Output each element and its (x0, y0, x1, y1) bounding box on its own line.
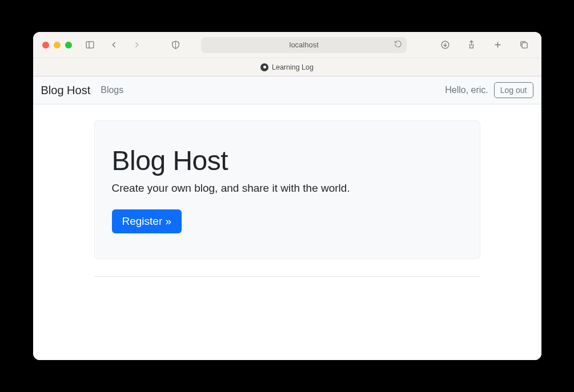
minimize-window-button[interactable] (54, 42, 61, 49)
hero-jumbotron: Blog Host Create your own blog, and shar… (94, 120, 480, 259)
browser-window: localhost Learning Log Blog Host (33, 32, 541, 360)
new-tab-icon[interactable] (489, 37, 505, 53)
svg-rect-0 (86, 42, 94, 48)
page-content: Blog Host Blogs Hello, eric. Log out Blo… (33, 76, 541, 360)
shield-icon[interactable] (168, 37, 184, 53)
reload-icon[interactable] (394, 40, 402, 50)
maximize-window-button[interactable] (65, 42, 72, 49)
address-bar[interactable]: localhost (201, 37, 407, 53)
forward-button[interactable] (129, 37, 145, 53)
navbar-right: Hello, eric. Log out (445, 82, 533, 98)
downloads-icon[interactable] (437, 37, 453, 53)
tab-title[interactable]: Learning Log (272, 63, 314, 71)
main-container: Blog Host Create your own blog, and shar… (87, 120, 487, 277)
site-navbar: Blog Host Blogs Hello, eric. Log out (33, 76, 541, 104)
logout-button[interactable]: Log out (494, 82, 533, 98)
address-bar-text: localhost (290, 41, 319, 49)
svg-rect-7 (522, 43, 527, 48)
sidebar-toggle-icon[interactable] (82, 37, 98, 53)
tabs-overview-icon[interactable] (516, 37, 532, 53)
hero-subtitle: Create your own blog, and share it with … (112, 182, 463, 195)
close-window-button[interactable] (42, 42, 49, 49)
share-icon[interactable] (463, 37, 479, 53)
toolbar-right (437, 37, 532, 53)
hero-title: Blog Host (112, 145, 463, 176)
back-button[interactable] (106, 37, 122, 53)
tab-favicon-icon (260, 63, 268, 71)
divider (94, 276, 480, 277)
nav-arrows (106, 37, 145, 53)
brand-link[interactable]: Blog Host (41, 84, 91, 97)
browser-tabbar: Learning Log (33, 58, 541, 76)
register-button[interactable]: Register » (112, 209, 182, 233)
nav-link-blogs[interactable]: Blogs (101, 85, 123, 95)
greeting-text: Hello, eric. (445, 85, 488, 95)
window-controls (42, 42, 72, 49)
browser-titlebar: localhost (33, 32, 541, 58)
